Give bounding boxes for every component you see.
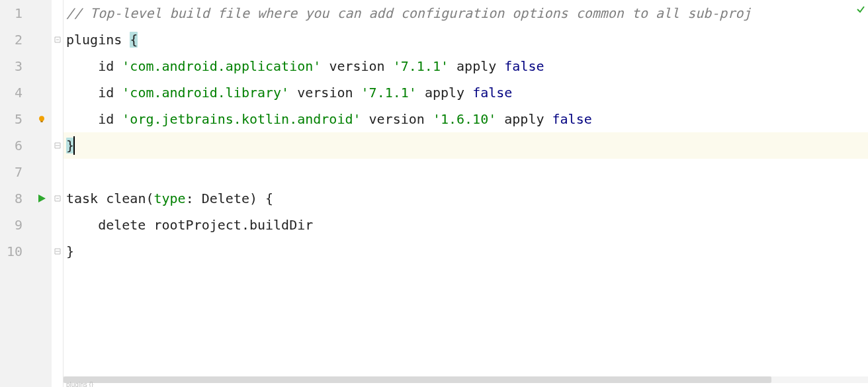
code-line[interactable]: } [64, 238, 868, 265]
line-number: 10 [0, 238, 22, 265]
horizontal-scrollbar[interactable] [64, 376, 868, 383]
brace-open: { [130, 32, 138, 48]
code-line[interactable]: // Top-level build file where you can ad… [64, 0, 868, 26]
code-token: task [66, 191, 98, 206]
code-token: version [297, 85, 361, 101]
string-literal: 'com.android.application' [122, 58, 321, 74]
code-token: delete rootProject.buildDir [66, 217, 313, 233]
brace-close: } [66, 243, 74, 259]
code-line[interactable]: task clean(type: Delete) { [64, 185, 868, 212]
run-gutter-icon[interactable] [32, 185, 52, 212]
space [417, 85, 425, 101]
fold-gutter [52, 0, 64, 387]
svg-marker-2 [38, 194, 46, 202]
line-number: 9 [0, 212, 22, 238]
string-literal: '7.1.1' [393, 58, 449, 74]
space [361, 111, 369, 127]
code-token: version [369, 111, 433, 127]
code-editor[interactable]: 1 2 3 4 5 6 7 8 9 10 [0, 0, 868, 387]
code-line[interactable] [64, 159, 868, 185]
code-token: apply [504, 111, 552, 127]
string-literal: 'com.android.library' [122, 85, 289, 101]
code-line[interactable]: id 'com.android.application' version '7.… [64, 53, 868, 79]
line-number-gutter: 1 2 3 4 5 6 7 8 9 10 [0, 0, 32, 387]
code-token: type [153, 191, 185, 206]
indent [66, 111, 98, 127]
code-token: apply [425, 85, 472, 101]
string-literal: '7.1.1' [361, 85, 417, 101]
scrollbar-thumb[interactable] [64, 376, 771, 383]
fold-end-icon[interactable] [54, 142, 62, 150]
line-number: 6 [0, 132, 22, 159]
indent [66, 85, 98, 101]
string-literal: 'org.jetbrains.kotlin.android' [122, 111, 361, 127]
line-number: 2 [0, 26, 22, 53]
keyword-false: false [472, 85, 512, 101]
text-caret [73, 136, 75, 155]
svg-point-0 [39, 116, 44, 121]
code-token: id [98, 85, 122, 101]
space [321, 58, 329, 74]
keyword-false: false [504, 58, 544, 74]
code-line[interactable]: id 'org.jetbrains.kotlin.android' versio… [64, 106, 868, 132]
space [496, 111, 504, 127]
indent [66, 58, 98, 74]
code-token: apply [456, 58, 504, 74]
fold-toggle-icon[interactable] [54, 36, 62, 44]
comment-text: // Top-level build file where you can ad… [66, 5, 752, 21]
code-line-current[interactable]: } [64, 132, 868, 159]
code-line[interactable]: plugins { [64, 26, 868, 53]
code-token: version [329, 58, 392, 74]
space [289, 85, 297, 101]
keyword-false: false [552, 111, 592, 127]
breadcrumb[interactable]: plugins {} [66, 381, 93, 387]
line-number: 1 [0, 0, 22, 26]
svg-rect-1 [40, 121, 43, 122]
line-number: 3 [0, 53, 22, 79]
intention-bulb-icon[interactable] [32, 106, 52, 132]
line-number: 4 [0, 79, 22, 106]
fold-toggle-icon[interactable] [54, 194, 62, 202]
line-number: 7 [0, 159, 22, 185]
code-token: id [98, 111, 122, 127]
line-number: 5 [0, 106, 22, 132]
code-token: clean( [98, 191, 153, 206]
code-line[interactable]: delete rootProject.buildDir [64, 212, 868, 238]
code-area[interactable]: // Top-level build file where you can ad… [64, 0, 868, 387]
code-token: : Delete) { [186, 191, 273, 206]
fold-end-icon[interactable] [54, 247, 62, 255]
code-line[interactable]: id 'com.android.library' version '7.1.1'… [64, 79, 868, 106]
gutter-icons [32, 0, 52, 387]
code-token: plugins [66, 32, 130, 48]
code-token: id [98, 58, 122, 74]
string-literal: '1.6.10' [433, 111, 496, 127]
space [449, 58, 456, 74]
line-number: 8 [0, 185, 22, 212]
